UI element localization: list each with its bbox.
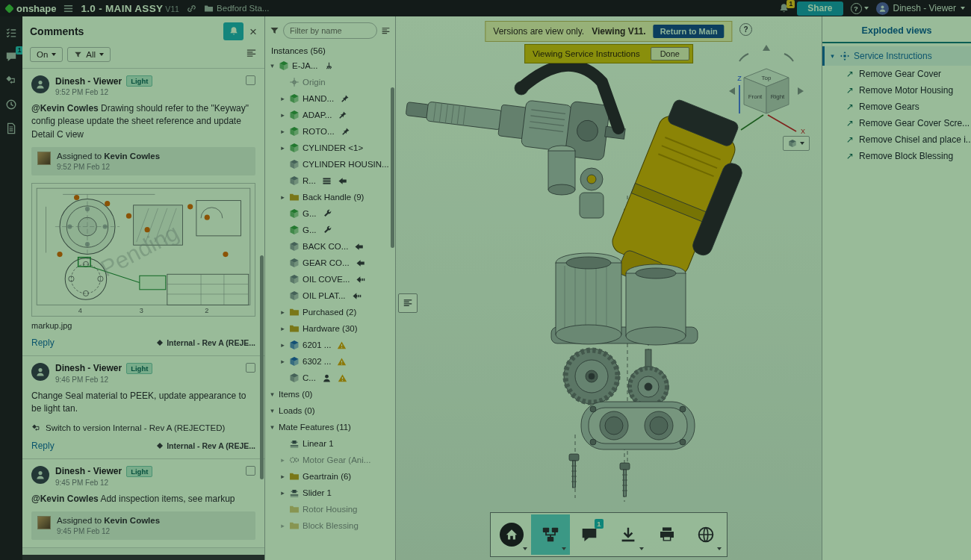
document-location[interactable]: Bedford Sta... — [204, 4, 269, 13]
exploded-step[interactable]: ↗Remove Motor Housing — [822, 82, 971, 99]
comments-scrollbar[interactable] — [260, 255, 264, 479]
tree-row[interactable]: ▸ROTO... — [265, 123, 395, 140]
publish-button[interactable] — [686, 514, 725, 555]
tree-row[interactable]: GEAR CO... — [265, 255, 395, 271]
filter-by-name-input[interactable] — [283, 22, 377, 39]
exploded-step[interactable]: ↗Remove Gear Cover — [822, 66, 971, 82]
tree-section-row[interactable]: ▾Loads (0) — [265, 402, 395, 419]
attachment-image[interactable]: Pending 4 3 2 — [31, 183, 255, 317]
versions-rail-icon[interactable] — [5, 75, 17, 87]
comment-card[interactable]: Dinesh - Viewer Light 9:52 PM Feb 12 @Ke… — [22, 69, 264, 356]
tasks-icon[interactable] — [5, 27, 17, 39]
switch-version-action[interactable]: Switch to version Internal - Rev A (REJE… — [31, 423, 255, 433]
tree-row[interactable]: ▸CYLINDER <1> — [265, 140, 395, 156]
filter-icon[interactable] — [270, 26, 279, 36]
tree-row[interactable]: ▸HAND... — [265, 90, 395, 107]
tree-row[interactable]: BACK CO... — [265, 238, 395, 255]
exploded-step[interactable]: ↗Remove Gears — [822, 99, 971, 115]
all-filter-dropdown[interactable]: All — [67, 47, 111, 62]
expand-caret[interactable]: ▸ — [279, 309, 286, 316]
tree-row[interactable]: ▸Back Handle (9) — [265, 189, 395, 205]
export-button[interactable] — [609, 514, 648, 555]
return-to-main-button[interactable]: Return to Main — [654, 25, 725, 38]
expand-caret[interactable]: ▸ — [279, 523, 286, 529]
resolve-checkbox[interactable] — [246, 363, 255, 373]
view-options-button[interactable] — [783, 136, 810, 151]
tree-row[interactable]: G... — [265, 222, 395, 238]
tree-row[interactable]: ▸Slider 1 — [265, 485, 395, 501]
resolve-checkbox[interactable] — [246, 75, 255, 85]
onshape-logo[interactable]: onshape — [6, 3, 56, 14]
share-button[interactable]: Share — [797, 1, 843, 16]
main-menu-icon[interactable] — [63, 3, 74, 14]
exploded-step[interactable]: ↗Remove Chisel and place i... — [822, 131, 971, 148]
tree-row[interactable]: Origin — [265, 74, 395, 90]
print-button[interactable] — [648, 514, 686, 555]
tree-row[interactable]: ▸ADAP... — [265, 107, 395, 123]
tree-row[interactable]: C... — [265, 370, 395, 386]
tree-row[interactable]: R... — [265, 172, 395, 189]
mention[interactable]: @Kevin Cowles — [31, 103, 99, 113]
comment-card[interactable]: Dinesh - Viewer Light 9:45 PM Feb 12 @Ke… — [22, 459, 264, 548]
close-icon[interactable]: × — [249, 25, 257, 38]
attachment-name[interactable]: markup.jpg — [31, 321, 255, 330]
expand-caret[interactable]: ▸ — [279, 128, 286, 135]
mention[interactable]: @Kevin Cowles — [31, 494, 99, 504]
assignee-name[interactable]: Kevin Cowles — [104, 516, 160, 525]
tree-row[interactable]: Linear 1 — [265, 435, 395, 452]
exploded-view-root[interactable]: ▾ Service Instructions — [822, 46, 971, 66]
copy-link-icon[interactable] — [186, 3, 197, 14]
help-menu[interactable]: ? — [851, 3, 869, 14]
tree-row[interactable]: Rotor Housing — [265, 501, 395, 517]
expand-caret[interactable]: ▸ — [279, 96, 286, 102]
expand-caret[interactable]: ▸ — [279, 145, 286, 152]
collapse-caret[interactable]: ▾ — [269, 408, 276, 414]
tree-row[interactable]: OIL PLAT... — [265, 287, 395, 304]
exploded-step[interactable]: ↗Remove Block Blessing — [822, 148, 971, 164]
expand-caret[interactable]: ▸ — [279, 457, 286, 464]
tree-row[interactable]: ▸Purchased (2) — [265, 304, 395, 320]
tree-row[interactable]: ▸Motor Gear (Ani... — [265, 452, 395, 468]
tree-row[interactable]: ▸Hardware (30) — [265, 320, 395, 337]
comment-sort-button[interactable] — [246, 48, 257, 61]
instances-scrollbar[interactable] — [391, 87, 394, 248]
collapse-caret[interactable]: ▾ — [269, 63, 276, 69]
view-cube[interactable]: Z X Top Front Right — [722, 42, 811, 134]
comments-rail-button[interactable]: 1 — [5, 51, 17, 63]
collapse-caret[interactable]: ▾ — [269, 391, 276, 398]
history-icon[interactable] — [5, 99, 17, 111]
instances-tree[interactable]: ▾E-JA... Origin ▸HAND... ▸ADAP... ▸ROTO.… — [265, 57, 395, 560]
on-filter-dropdown[interactable]: On — [30, 47, 63, 62]
exploded-step[interactable]: ↗Remove Gear Cover Scre... — [822, 115, 971, 131]
tree-row[interactable]: ▸Geartrain (6) — [265, 468, 395, 485]
graphics-viewport[interactable]: Versions are view only. Viewing V11. Ret… — [396, 16, 822, 560]
notes-icon[interactable] — [5, 122, 17, 134]
tree-row[interactable]: ▸6302 ... — [265, 353, 395, 370]
notifications-button[interactable]: 1 — [778, 3, 789, 14]
home-view-button[interactable] — [492, 514, 531, 555]
instances-list-toggle[interactable] — [398, 293, 418, 313]
tree-section-row[interactable]: ▾Items (0) — [265, 386, 395, 402]
expand-caret[interactable]: ▸ — [279, 490, 286, 497]
collapse-caret[interactable]: ▾ — [829, 53, 836, 60]
resolve-checkbox[interactable] — [246, 466, 255, 476]
tree-row[interactable]: OIL COVE... — [265, 271, 395, 287]
comment-card[interactable]: Dinesh - Viewer Light 9:46 PM Feb 12 Cha… — [22, 356, 264, 459]
reply-button[interactable]: Reply — [31, 337, 55, 348]
tree-row[interactable]: ▾E-JA... — [265, 57, 395, 74]
exploded-views-button[interactable] — [531, 514, 570, 555]
tree-row[interactable]: ▸6201 ... — [265, 337, 395, 353]
expand-caret[interactable]: ▸ — [279, 194, 286, 201]
comments-list[interactable]: Dinesh - Viewer Light 9:52 PM Feb 12 @Ke… — [22, 69, 264, 560]
reply-button[interactable]: Reply — [31, 441, 55, 451]
user-menu[interactable]: Dinesh - Viewer — [876, 2, 965, 15]
expand-caret[interactable]: ▸ — [279, 112, 286, 119]
tree-row[interactable]: CYLINDER HOUSIN... — [265, 156, 395, 172]
comment-notifications-button[interactable] — [223, 22, 243, 40]
expand-caret[interactable]: ▸ — [279, 342, 286, 349]
expand-caret[interactable]: ▸ — [279, 358, 286, 365]
list-options-icon[interactable] — [381, 26, 391, 36]
collapse-caret[interactable]: ▾ — [269, 424, 276, 431]
comments-toolbar-button[interactable]: 1 — [570, 514, 609, 555]
tree-section-row[interactable]: ▾Mate Features (11) — [265, 419, 395, 435]
